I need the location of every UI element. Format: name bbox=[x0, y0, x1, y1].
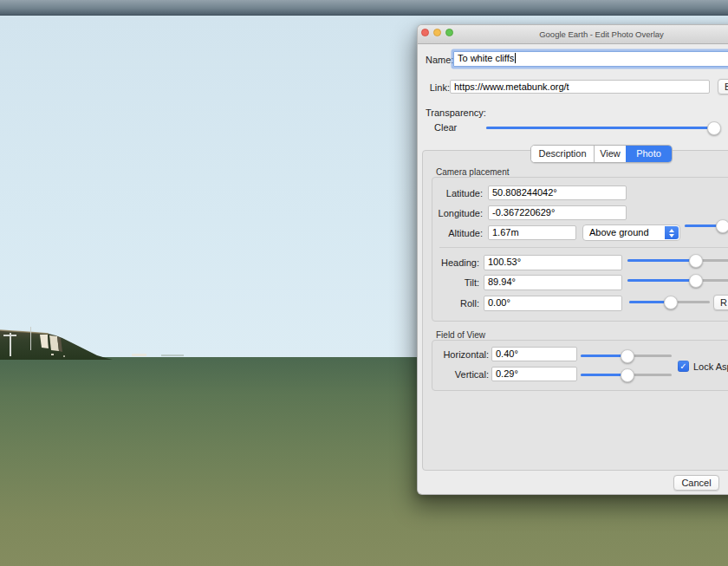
longitude-label: Longitude: bbox=[433, 208, 483, 218]
name-label: Name: bbox=[426, 55, 450, 65]
camera-placement-title: Camera placement bbox=[436, 167, 509, 177]
distant-headland bbox=[161, 355, 184, 356]
slider-thumb[interactable] bbox=[621, 368, 634, 382]
edit-photo-overlay-dialog: Google Earth - Edit Photo Overlay Name: … bbox=[417, 24, 728, 495]
tab-bar: Description View Photo bbox=[530, 145, 673, 163]
vertical-input[interactable]: 0.29° bbox=[491, 367, 577, 381]
close-button[interactable] bbox=[421, 29, 429, 36]
cancel-button[interactable]: Cancel bbox=[673, 475, 719, 491]
lock-aspect-label: Lock Asp bbox=[693, 361, 728, 372]
transparency-slider[interactable] bbox=[486, 120, 713, 134]
tab-photo[interactable]: Photo bbox=[626, 146, 672, 162]
transparency-min-label: Clear bbox=[434, 122, 457, 133]
roll-input[interactable]: 0.00° bbox=[484, 296, 622, 311]
latitude-label: Latitude: bbox=[433, 188, 483, 198]
longitude-input[interactable]: -0.367220629° bbox=[488, 205, 627, 220]
check-icon: ✓ bbox=[679, 361, 686, 371]
reset-button[interactable]: R bbox=[713, 295, 728, 310]
zoom-button[interactable] bbox=[445, 29, 453, 36]
horizontal-label: Horizontal: bbox=[439, 349, 489, 360]
horizontal-fov-slider[interactable] bbox=[581, 348, 672, 362]
tilt-label: Tilt: bbox=[428, 277, 479, 288]
title-bar[interactable]: Google Earth - Edit Photo Overlay bbox=[418, 25, 728, 44]
vertical-label: Vertical: bbox=[439, 369, 489, 380]
tilt-input[interactable]: 89.94° bbox=[484, 275, 622, 290]
slider-thumb[interactable] bbox=[707, 121, 721, 135]
distant-white-cliff bbox=[132, 354, 146, 356]
name-input[interactable]: To white cliffs bbox=[453, 51, 728, 67]
slider-fill bbox=[486, 127, 713, 129]
slider-thumb[interactable] bbox=[689, 254, 703, 268]
text-caret bbox=[515, 53, 516, 63]
tab-view[interactable]: View bbox=[594, 146, 626, 162]
heading-label: Heading: bbox=[428, 257, 479, 268]
chalk-cliffs-headland bbox=[0, 322, 113, 360]
lamp-post bbox=[10, 333, 11, 356]
altitude-mode-value: Above ground bbox=[589, 227, 649, 237]
heading-input[interactable]: 100.53° bbox=[484, 255, 622, 270]
signal-pole bbox=[30, 327, 31, 350]
tilt-slider[interactable] bbox=[627, 273, 728, 287]
field-of-view-title: Field of View bbox=[436, 330, 485, 340]
roll-slider[interactable] bbox=[629, 295, 710, 309]
slider-thumb[interactable] bbox=[621, 349, 634, 363]
horizontal-input[interactable]: 0.40° bbox=[491, 347, 577, 361]
link-input[interactable]: https://www.metabunk.org/t bbox=[450, 80, 710, 94]
link-label: Link: bbox=[426, 82, 450, 93]
altitude-slider[interactable] bbox=[685, 218, 728, 232]
stepper-arrows-icon bbox=[665, 226, 679, 239]
altitude-mode-select[interactable]: Above ground bbox=[582, 224, 680, 241]
viewport-top-shading bbox=[0, 0, 728, 16]
lamp-post-arm bbox=[3, 335, 16, 336]
altitude-input[interactable]: 1.67m bbox=[488, 225, 576, 240]
group-separator bbox=[439, 247, 728, 248]
latitude-input[interactable]: 50.808244042° bbox=[488, 185, 627, 200]
heading-slider[interactable] bbox=[627, 253, 728, 267]
altitude-label: Altitude: bbox=[433, 228, 483, 238]
slider-thumb[interactable] bbox=[716, 219, 728, 233]
browse-button[interactable]: B bbox=[718, 79, 728, 94]
lock-aspect-checkbox[interactable]: ✓ bbox=[678, 361, 689, 372]
transparency-label: Transparency: bbox=[426, 107, 486, 118]
roll-label: Roll: bbox=[428, 298, 479, 309]
tab-description[interactable]: Description bbox=[531, 146, 594, 162]
slider-thumb[interactable] bbox=[689, 274, 703, 288]
window-title: Google Earth - Edit Photo Overlay bbox=[539, 29, 664, 39]
slider-thumb[interactable] bbox=[664, 296, 678, 309]
vertical-fov-slider[interactable] bbox=[581, 368, 672, 381]
minimize-button[interactable] bbox=[433, 29, 441, 36]
